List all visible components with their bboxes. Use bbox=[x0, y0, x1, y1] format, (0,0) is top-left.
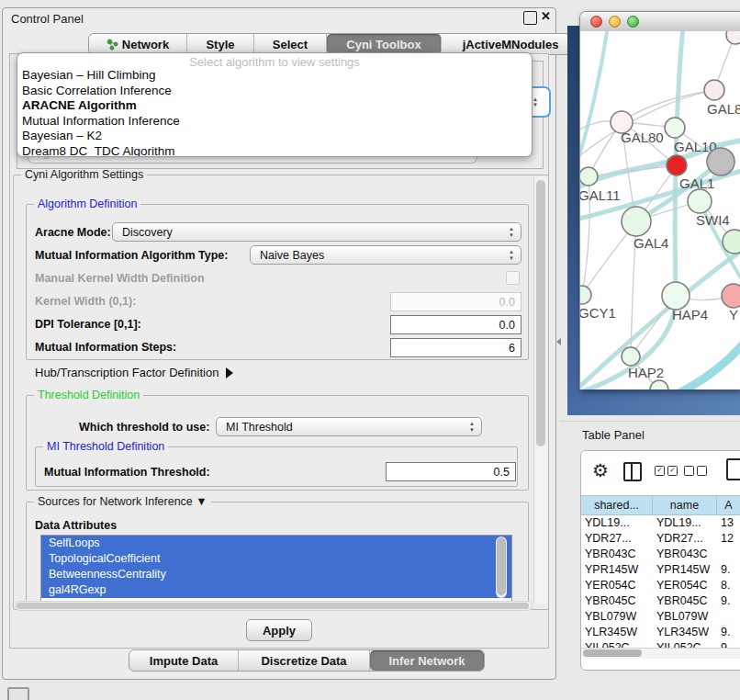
dpi-tolerance-label: DPI Tolerance [0,1]: bbox=[35, 318, 141, 331]
splitter-arrow-icon[interactable] bbox=[556, 338, 561, 345]
close-traffic-light[interactable] bbox=[590, 16, 602, 28]
settings-vertical-scrollbar[interactable] bbox=[533, 177, 548, 604]
table-row[interactable]: YBR043CYBR043C bbox=[581, 547, 740, 562]
table-row[interactable]: YDL19...YDL19...13 bbox=[581, 515, 740, 531]
network-node[interactable] bbox=[622, 347, 640, 366]
network-node[interactable] bbox=[580, 167, 598, 186]
minimize-traffic-light[interactable] bbox=[609, 16, 621, 28]
attribute-item[interactable]: SelfLoops bbox=[41, 536, 511, 551]
tab-discretize-data[interactable]: Discretize Data bbox=[239, 650, 370, 671]
node-label: GAL11 bbox=[580, 187, 621, 203]
bottom-tabbar: Impute DataDiscretize DataInfer Network bbox=[129, 649, 485, 672]
network-edge[interactable] bbox=[672, 339, 740, 390]
table-row[interactable]: YIL052CYIL052C9 bbox=[581, 640, 740, 648]
attribute-item[interactable]: TopologicalCoefficient bbox=[41, 551, 511, 567]
aracne-mode-combo[interactable]: Discovery ▲▼ bbox=[112, 222, 521, 242]
gear-icon[interactable]: ⚙ bbox=[592, 459, 609, 481]
network-edge[interactable] bbox=[622, 90, 714, 122]
network-node[interactable] bbox=[726, 31, 740, 44]
table-horizontal-scrollbar[interactable] bbox=[581, 648, 740, 659]
hub-definition-label: Hub/Transcription Factor Definition bbox=[35, 366, 219, 379]
mi-threshold-label: Mutual Information Threshold: bbox=[44, 466, 210, 479]
node-label: GAL1 bbox=[679, 175, 714, 191]
node-label: GAL8 bbox=[707, 101, 740, 117]
mi-threshold-field[interactable]: 0.5 bbox=[386, 462, 516, 481]
clear-checkboxes-icon[interactable] bbox=[684, 466, 707, 476]
node-label: Y bbox=[729, 307, 738, 322]
which-threshold-combo[interactable]: MI Threshold ▲▼ bbox=[216, 417, 482, 436]
tab-impute-data[interactable]: Impute Data bbox=[129, 650, 239, 671]
network-canvas[interactable]: GAL8GAL80GAL10GAL1GAL11SWI4GAL4GCY1HAP4Y… bbox=[580, 31, 740, 390]
popup-item[interactable]: Dream8 DC_TDC Algorithm bbox=[17, 144, 532, 158]
network-node[interactable] bbox=[622, 207, 651, 236]
collapse-arrow-icon: ▼ bbox=[196, 495, 207, 508]
network-window-titlebar[interactable] bbox=[580, 12, 740, 32]
select-all-checkboxes-icon[interactable]: ✓✓ bbox=[655, 466, 678, 476]
mi-type-label: Mutual Information Algorithm Type: bbox=[35, 249, 228, 262]
columns-icon[interactable] bbox=[623, 462, 642, 481]
network-node[interactable] bbox=[723, 230, 740, 254]
settings-horizontal-scrollbar[interactable] bbox=[15, 601, 533, 611]
which-threshold-value: MI Threshold bbox=[226, 421, 293, 434]
document-icon[interactable] bbox=[726, 458, 740, 480]
table-rows: YDL19...YDL19...13YDR27...YDR27...12YBR0… bbox=[581, 515, 740, 648]
network-node[interactable] bbox=[665, 118, 685, 138]
manual-kernel-checkbox[interactable] bbox=[506, 271, 520, 285]
mi-type-combo[interactable]: Naive Bayes ▲▼ bbox=[250, 245, 521, 265]
network-node[interactable] bbox=[707, 148, 734, 175]
network-node[interactable] bbox=[580, 286, 591, 304]
aracne-mode-value: Discovery bbox=[122, 226, 173, 239]
popup-item[interactable]: Basic Correlation Inference bbox=[17, 84, 532, 99]
float-window-icon[interactable] bbox=[523, 11, 537, 25]
mi-steps-field[interactable]: 6 bbox=[390, 338, 521, 357]
algorithm-definition-title: Algorithm Definition bbox=[34, 198, 140, 210]
close-icon[interactable]: ✕ bbox=[541, 9, 551, 23]
popup-item[interactable]: Mutual Information Inference bbox=[17, 114, 532, 130]
algorithm-dropdown-popup: Select algorithm to view settings Bayesi… bbox=[17, 52, 533, 157]
attributes-scrollbar[interactable] bbox=[496, 536, 507, 598]
node-label: HAP2 bbox=[628, 365, 664, 380]
table-row[interactable]: YPR145WYPR145W9. bbox=[581, 562, 740, 578]
kernel-width-label: Kernel Width (0,1): bbox=[35, 295, 136, 308]
tab-cyni-toolbox[interactable]: Cyni Toolbox bbox=[327, 34, 442, 54]
column-header[interactable]: shared... bbox=[581, 495, 653, 515]
table-row[interactable]: YDR27...YDR27...12 bbox=[581, 531, 740, 547]
popup-item[interactable]: ARACNE Algorithm bbox=[17, 98, 532, 114]
tab-jactivemnodules[interactable]: jActiveMNodules bbox=[442, 34, 579, 54]
popup-item[interactable]: Bayesian – K2 bbox=[17, 129, 532, 144]
network-node[interactable] bbox=[662, 282, 690, 310]
tab-style[interactable]: Style bbox=[187, 34, 254, 54]
network-node[interactable] bbox=[667, 155, 687, 175]
algorithm-placeholder: Select algorithm to view settings bbox=[17, 53, 532, 68]
cyni-settings-title: Cyni Algorithm Settings bbox=[21, 168, 147, 181]
sources-title[interactable]: Sources for Network Inference ▼ bbox=[34, 495, 211, 508]
popup-item[interactable]: Bayesian – Hill Climbing bbox=[17, 68, 532, 84]
attribute-item[interactable]: gal4RGexp bbox=[41, 582, 511, 598]
dpi-tolerance-field[interactable]: 0.0 bbox=[390, 315, 521, 334]
minimized-panel-icon[interactable] bbox=[7, 687, 29, 700]
mi-type-value: Naive Bayes bbox=[260, 249, 324, 262]
node-label: SWI4 bbox=[696, 212, 730, 228]
tab-network[interactable]: Network bbox=[89, 34, 187, 54]
column-header[interactable]: name bbox=[653, 495, 717, 515]
table-panel-title: Table Panel bbox=[582, 428, 645, 442]
apply-button[interactable]: Apply bbox=[246, 619, 312, 641]
column-header[interactable]: A bbox=[717, 495, 740, 515]
attribute-item[interactable]: BetweennessCentrality bbox=[41, 567, 511, 582]
zoom-traffic-light[interactable] bbox=[627, 16, 639, 28]
table-row[interactable]: YLR345WYLR345W9. bbox=[581, 625, 740, 640]
data-attributes-list[interactable]: SelfLoopsTopologicalCoefficientBetweenne… bbox=[40, 535, 512, 602]
node-label: GCY1 bbox=[580, 305, 616, 321]
tab-infer-network[interactable]: Infer Network bbox=[370, 650, 484, 671]
threshold-definition-title: Threshold Definition bbox=[34, 389, 143, 401]
network-node[interactable] bbox=[704, 80, 724, 100]
hub-definition-toggle[interactable]: Hub/Transcription Factor Definition bbox=[35, 366, 233, 379]
table-row[interactable]: YBL079WYBL079W bbox=[581, 609, 740, 625]
table-row[interactable]: YBR045CYBR045C9. bbox=[581, 593, 740, 609]
network-node[interactable] bbox=[688, 189, 712, 213]
screen: Control Panel ✕ NetworkStyleSelectCyni T… bbox=[0, 0, 740, 700]
tab-select[interactable]: Select bbox=[254, 34, 327, 54]
table-row[interactable]: YER054CYER054C8. bbox=[581, 578, 740, 593]
network-node[interactable] bbox=[650, 380, 668, 390]
network-node[interactable] bbox=[722, 284, 740, 308]
